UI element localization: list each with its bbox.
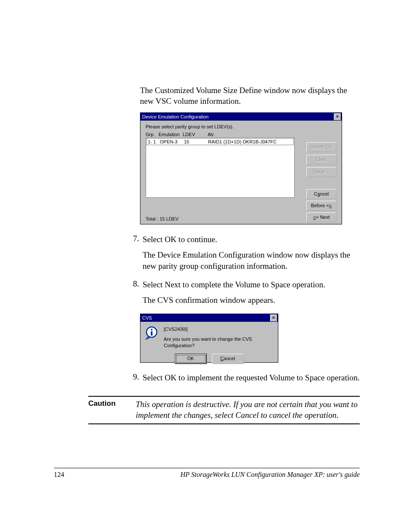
message-question: Are you sure you want to change the CVS … — [164, 336, 274, 349]
total-label: Total : 15 LDEV — [146, 216, 178, 221]
intro-paragraph: The Customized Volume Size Define window… — [140, 85, 360, 106]
step7-text-a: Select OK to continue. — [143, 234, 360, 245]
page-footer: 124 HP StorageWorks LUN Configuration Ma… — [54, 468, 360, 479]
col-grp: Grp. — [146, 132, 159, 137]
cell-atr: RAID1 (1D+1D) DKR1B-J047FC — [208, 139, 293, 144]
before-button[interactable]: Before << — [306, 201, 336, 211]
step7-text-b: The Device Emulation Configuration windo… — [143, 249, 360, 271]
col-ldev: LDEV — [183, 132, 208, 137]
ok-button[interactable]: OK — [175, 354, 207, 364]
info-icon — [145, 326, 159, 340]
message-code: [CVS2430i] — [164, 326, 274, 333]
step-number-8: 8. — [127, 279, 143, 310]
next-button[interactable]: >> Next — [306, 212, 336, 222]
cancel-button[interactable]: Cancel — [306, 189, 336, 199]
cvs-confirmation-window: CVS × [CVS2430i] Are you sure you want t… — [140, 314, 278, 363]
clear-button[interactable]: Clear — [306, 155, 336, 165]
step8-text-b: The CVS confirmation window appears. — [143, 295, 360, 306]
cell-emu: OPEN-3 — [160, 139, 184, 144]
detail-button[interactable]: Detail... — [306, 167, 336, 177]
close-icon[interactable]: × — [270, 314, 277, 321]
caution-block: Caution This operation is destructive. I… — [88, 396, 360, 424]
window-titlebar: Device Emulation Configuration × — [140, 113, 342, 121]
step-number-7: 7. — [127, 234, 143, 276]
page-number: 124 — [54, 471, 64, 479]
parity-group-list[interactable]: 1- 1 OPEN-3 15 RAID1 (1D+1D) DKR1B-J047F… — [146, 137, 295, 198]
table-header: Grp. Emulation LDEV Atr. — [146, 132, 336, 137]
cell-grp: 1- 1 — [148, 139, 160, 144]
device-emulation-config-window: Device Emulation Configuration × Please … — [140, 112, 342, 224]
col-atr: Atr. — [208, 132, 336, 137]
table-row[interactable]: 1- 1 OPEN-3 15 RAID1 (1D+1D) DKR1B-J047F… — [146, 138, 294, 145]
footer-title: HP StorageWorks LUN Configuration Manage… — [181, 471, 360, 479]
window-titlebar: CVS × — [140, 314, 278, 322]
cell-ldev: 15 — [184, 139, 208, 144]
step8-text-a: Select Next to complete the Volume to Sp… — [143, 279, 360, 290]
cancel-button[interactable]: Cancel — [212, 354, 244, 364]
step-number-9: 9. — [127, 372, 143, 388]
caution-text: This operation is destructive. If you ar… — [136, 399, 360, 420]
caution-label: Caution — [88, 399, 136, 420]
delete-cv-button[interactable]: Delete CV — [306, 142, 336, 152]
window-title: Device Emulation Configuration — [142, 113, 209, 121]
svg-rect-2 — [151, 331, 153, 336]
step9-text: Select OK to implement the requested Vol… — [143, 372, 360, 383]
col-emulation: Emulation — [159, 132, 183, 137]
close-icon[interactable]: × — [334, 113, 341, 120]
svg-point-1 — [151, 329, 153, 330]
window-title: CVS — [142, 314, 152, 322]
instruction-text: Please select parity group to set LDEV(s… — [146, 124, 336, 129]
